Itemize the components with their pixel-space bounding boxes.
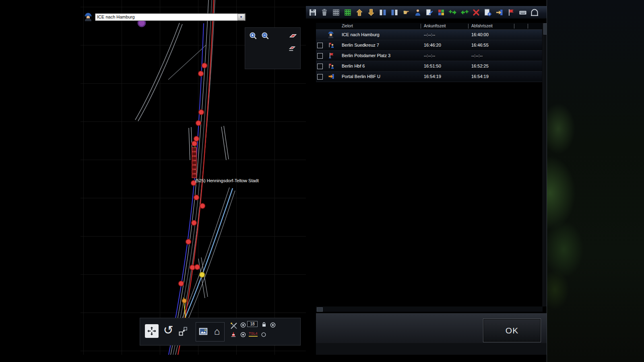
split-view-icon[interactable]: [378, 8, 387, 17]
grid-small-icon[interactable]: [332, 8, 341, 17]
zoom-out-icon[interactable]: [260, 31, 270, 41]
settings-gear-icon[interactable]: [483, 8, 492, 17]
track-number-box[interactable]: 18: [247, 321, 258, 327]
beacon-icon[interactable]: [230, 331, 237, 337]
driver-icon: [83, 11, 93, 22]
scale-tool-button[interactable]: [178, 325, 189, 337]
ok-button[interactable]: OK: [483, 319, 541, 342]
map-view-button[interactable]: [198, 326, 208, 337]
waypoint-yellow: [200, 272, 205, 278]
row-checkbox[interactable]: [317, 53, 323, 59]
consist-markers: [192, 148, 196, 178]
row-checkbox[interactable]: [317, 43, 323, 48]
driver-icon: [327, 31, 335, 39]
snap-radio-3[interactable]: [240, 331, 246, 338]
route-selector-value: ICE nach Hamburg: [95, 14, 237, 21]
column-destination: Zielort: [342, 24, 353, 28]
insert-after-icon[interactable]: [460, 8, 469, 17]
marker-area-edit-icon[interactable]: [287, 43, 297, 53]
marker-area-icon[interactable]: [288, 31, 298, 41]
table-row[interactable]: Portal Berlin HBF U 16:54:19 16:54:19: [316, 72, 542, 82]
merge-view-icon[interactable]: [390, 8, 399, 17]
timetable-list: Zielort Ankunftszeit Abfahrtszeit ICE na…: [316, 23, 542, 82]
texture-grid-icon[interactable]: [437, 8, 446, 17]
editor-toolbar: ☛: [306, 6, 547, 19]
hand-pointer-icon[interactable]: ☛: [402, 8, 411, 17]
row-checkbox[interactable]: [317, 74, 323, 80]
jump-to-icon[interactable]: [495, 8, 504, 17]
delete-red-icon[interactable]: [472, 8, 481, 17]
row-checkbox[interactable]: [317, 64, 323, 69]
insert-before-icon[interactable]: [448, 8, 457, 17]
snap-radio-1[interactable]: [240, 322, 246, 328]
chevron-down-icon[interactable]: ▼: [237, 14, 245, 21]
grid-green-icon[interactable]: [343, 8, 352, 17]
table-row[interactable]: ICE nach Hamburg --:--:-- 16:40:00: [316, 30, 542, 40]
waypoint-orange: [182, 299, 187, 303]
delete-icon[interactable]: [320, 8, 329, 17]
timetable-header: Zielort Ankunftszeit Abfahrtszeit: [316, 23, 542, 30]
driver-icon[interactable]: [413, 8, 422, 17]
flag-icon: [328, 52, 334, 59]
keyboard-icon[interactable]: [518, 8, 527, 17]
timetable-panel: ☛ Zielort Ankunftszeit Abfahrtszeit ICE …: [306, 0, 547, 355]
platform-icon[interactable]: [530, 8, 539, 17]
save-icon[interactable]: [308, 8, 317, 17]
stop-icon: [328, 63, 334, 69]
route-map-panel: (525) Henningsdorf-Teltow Stadt ICE nach…: [80, 0, 312, 355]
stop-icon: [328, 42, 334, 48]
column-arrival: Ankunftszeit: [424, 24, 446, 28]
scale-icon: [178, 325, 189, 337]
table-row[interactable]: Berlin Potsdamer Platz 3 --:--:-- --:--:…: [316, 51, 542, 61]
home-view-button[interactable]: ⌂: [211, 323, 223, 339]
scrollbar-thumb[interactable]: [317, 307, 323, 312]
map-image-icon: [198, 326, 208, 337]
move-icon: [147, 326, 157, 336]
snap-radio-4[interactable]: [261, 332, 266, 337]
zoom-in-icon[interactable]: [248, 31, 258, 41]
map-zoom-panel: [245, 27, 301, 69]
map-toolbar: ↺ ⌂: [140, 318, 301, 346]
raise-up-icon[interactable]: [355, 8, 364, 17]
flag-icon[interactable]: [507, 8, 516, 17]
tools-icon[interactable]: [229, 321, 238, 330]
edit-pencil-icon[interactable]: [425, 8, 434, 17]
snap-radio-2[interactable]: [270, 322, 276, 328]
horizontal-scrollbar[interactable]: [316, 306, 543, 312]
portal-icon: [328, 73, 334, 80]
column-departure: Abfahrtszeit: [471, 24, 493, 28]
rotate-tool-button[interactable]: ↺: [161, 321, 175, 339]
table-row[interactable]: Berlin Suedkreuz 7 16:46:20 16:46:55: [316, 40, 542, 51]
world-viewport[interactable]: [547, 0, 644, 362]
station-label: (525) Henningsdorf-Teltow Stadt: [195, 178, 259, 183]
move-tool-button[interactable]: [145, 324, 159, 338]
lower-down-icon[interactable]: [367, 8, 376, 17]
view-mode-group: ⌂: [196, 322, 225, 341]
table-row[interactable]: Berlin Hbf 6 16:51:50 16:52:25: [316, 61, 542, 72]
footer-sub-bar: [316, 343, 547, 355]
route-selector-dropdown[interactable]: ICE nach Hamburg ▼: [95, 13, 246, 21]
tsl-marker-label: TSL4: [249, 331, 258, 337]
lock-icon[interactable]: [261, 321, 267, 328]
